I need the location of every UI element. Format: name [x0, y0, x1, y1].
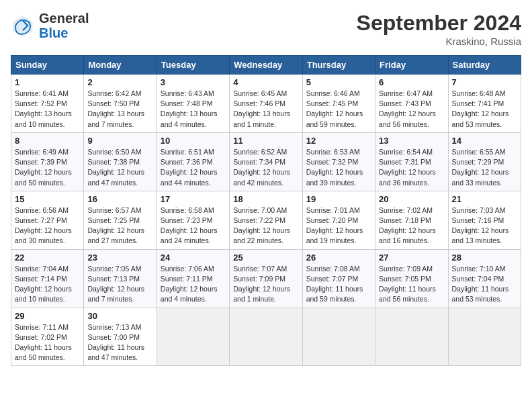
calendar-table: SundayMondayTuesdayWednesdayThursdayFrid… [11, 55, 521, 366]
col-header-saturday: Saturday [448, 56, 521, 75]
calendar-cell: 25Sunrise: 7:07 AM Sunset: 7:09 PM Dayli… [230, 249, 302, 308]
calendar-cell: 1Sunrise: 6:41 AM Sunset: 7:52 PM Daylig… [11, 75, 84, 133]
day-number: 2 [87, 77, 152, 87]
calendar-cell: 13Sunrise: 6:54 AM Sunset: 7:31 PM Dayli… [375, 132, 448, 191]
col-header-wednesday: Wednesday [230, 56, 302, 75]
calendar-cell: 18Sunrise: 7:00 AM Sunset: 7:22 PM Dayli… [230, 191, 302, 249]
day-detail: Sunrise: 7:06 AM Sunset: 7:11 PM Dayligh… [161, 264, 226, 305]
day-detail: Sunrise: 6:54 AM Sunset: 7:31 PM Dayligh… [379, 147, 444, 188]
day-detail: Sunrise: 6:51 AM Sunset: 7:36 PM Dayligh… [161, 147, 226, 188]
col-header-friday: Friday [375, 56, 448, 75]
day-number: 14 [452, 136, 517, 146]
day-detail: Sunrise: 6:47 AM Sunset: 7:43 PM Dayligh… [379, 89, 444, 130]
calendar-header-row: SundayMondayTuesdayWednesdayThursdayFrid… [11, 56, 521, 75]
calendar-cell: 14Sunrise: 6:55 AM Sunset: 7:29 PM Dayli… [448, 132, 521, 191]
logo-text: General Blue [39, 11, 89, 40]
day-detail: Sunrise: 6:42 AM Sunset: 7:50 PM Dayligh… [87, 89, 152, 130]
calendar-cell: 28Sunrise: 7:10 AM Sunset: 7:04 PM Dayli… [448, 249, 521, 308]
day-number: 12 [306, 136, 371, 146]
calendar-cell: 3Sunrise: 6:43 AM Sunset: 7:48 PM Daylig… [157, 75, 229, 133]
day-number: 5 [306, 77, 371, 87]
day-detail: Sunrise: 6:49 AM Sunset: 7:39 PM Dayligh… [15, 147, 80, 188]
day-number: 26 [306, 253, 371, 263]
calendar-cell: 15Sunrise: 6:56 AM Sunset: 7:27 PM Dayli… [11, 191, 84, 249]
day-number: 11 [233, 136, 298, 146]
day-detail: Sunrise: 6:58 AM Sunset: 7:23 PM Dayligh… [161, 205, 226, 246]
calendar-cell: 27Sunrise: 7:09 AM Sunset: 7:05 PM Dayli… [375, 249, 448, 308]
calendar-cell: 23Sunrise: 7:05 AM Sunset: 7:13 PM Dayli… [84, 249, 157, 308]
calendar-cell: 24Sunrise: 7:06 AM Sunset: 7:11 PM Dayli… [157, 249, 229, 308]
calendar-cell: 5Sunrise: 6:46 AM Sunset: 7:45 PM Daylig… [302, 75, 375, 133]
day-detail: Sunrise: 6:45 AM Sunset: 7:46 PM Dayligh… [233, 89, 298, 130]
calendar-cell: 8Sunrise: 6:49 AM Sunset: 7:39 PM Daylig… [11, 132, 84, 191]
day-detail: Sunrise: 7:05 AM Sunset: 7:13 PM Dayligh… [87, 264, 152, 305]
day-number: 16 [87, 194, 152, 204]
day-number: 18 [233, 194, 298, 204]
logo-general: General [39, 11, 89, 26]
day-number: 7 [452, 77, 517, 87]
calendar-cell: 26Sunrise: 7:08 AM Sunset: 7:07 PM Dayli… [302, 249, 375, 308]
day-number: 25 [233, 253, 298, 263]
day-number: 4 [233, 77, 298, 87]
calendar-cell: 30Sunrise: 7:13 AM Sunset: 7:00 PM Dayli… [84, 308, 157, 366]
calendar-cell [375, 308, 448, 366]
location: Kraskino, Russia [357, 36, 521, 47]
day-detail: Sunrise: 7:07 AM Sunset: 7:09 PM Dayligh… [233, 264, 298, 305]
day-detail: Sunrise: 7:13 AM Sunset: 7:00 PM Dayligh… [87, 322, 152, 363]
day-detail: Sunrise: 6:57 AM Sunset: 7:25 PM Dayligh… [87, 205, 152, 246]
day-number: 28 [452, 253, 517, 263]
calendar-cell: 12Sunrise: 6:53 AM Sunset: 7:32 PM Dayli… [302, 132, 375, 191]
day-detail: Sunrise: 6:55 AM Sunset: 7:29 PM Dayligh… [452, 147, 517, 188]
col-header-monday: Monday [84, 56, 157, 75]
col-header-thursday: Thursday [302, 56, 375, 75]
month-title: September 2024 [357, 11, 521, 36]
calendar-cell: 17Sunrise: 6:58 AM Sunset: 7:23 PM Dayli… [157, 191, 229, 249]
day-detail: Sunrise: 6:50 AM Sunset: 7:38 PM Dayligh… [87, 147, 152, 188]
calendar-cell: 19Sunrise: 7:01 AM Sunset: 7:20 PM Dayli… [302, 191, 375, 249]
logo: General Blue [11, 11, 89, 40]
day-detail: Sunrise: 6:43 AM Sunset: 7:48 PM Dayligh… [161, 89, 226, 130]
day-detail: Sunrise: 7:02 AM Sunset: 7:18 PM Dayligh… [379, 205, 444, 246]
day-number: 13 [379, 136, 444, 146]
page-header: General Blue September 2024 Kraskino, Ru… [11, 11, 521, 47]
day-detail: Sunrise: 7:10 AM Sunset: 7:04 PM Dayligh… [452, 264, 517, 305]
day-number: 29 [15, 311, 80, 321]
day-detail: Sunrise: 7:09 AM Sunset: 7:05 PM Dayligh… [379, 264, 444, 305]
day-detail: Sunrise: 6:48 AM Sunset: 7:41 PM Dayligh… [452, 89, 517, 130]
calendar-week-row: 15Sunrise: 6:56 AM Sunset: 7:27 PM Dayli… [11, 191, 521, 249]
col-header-sunday: Sunday [11, 56, 84, 75]
day-detail: Sunrise: 7:11 AM Sunset: 7:02 PM Dayligh… [15, 322, 80, 363]
calendar-cell: 10Sunrise: 6:51 AM Sunset: 7:36 PM Dayli… [157, 132, 229, 191]
day-detail: Sunrise: 7:08 AM Sunset: 7:07 PM Dayligh… [306, 264, 371, 305]
day-number: 8 [15, 136, 80, 146]
calendar-cell: 16Sunrise: 6:57 AM Sunset: 7:25 PM Dayli… [84, 191, 157, 249]
day-number: 24 [161, 253, 226, 263]
day-detail: Sunrise: 7:01 AM Sunset: 7:20 PM Dayligh… [306, 205, 371, 246]
calendar-cell: 20Sunrise: 7:02 AM Sunset: 7:18 PM Dayli… [375, 191, 448, 249]
logo-blue: Blue [39, 26, 68, 40]
day-number: 30 [87, 311, 152, 321]
day-detail: Sunrise: 6:52 AM Sunset: 7:34 PM Dayligh… [233, 147, 298, 188]
day-number: 6 [379, 77, 444, 87]
calendar-cell [448, 308, 521, 366]
day-number: 27 [379, 253, 444, 263]
calendar-week-row: 8Sunrise: 6:49 AM Sunset: 7:39 PM Daylig… [11, 132, 521, 191]
day-detail: Sunrise: 6:53 AM Sunset: 7:32 PM Dayligh… [306, 147, 371, 188]
day-number: 10 [161, 136, 226, 146]
calendar-week-row: 1Sunrise: 6:41 AM Sunset: 7:52 PM Daylig… [11, 75, 521, 133]
calendar-cell: 7Sunrise: 6:48 AM Sunset: 7:41 PM Daylig… [448, 75, 521, 133]
calendar-week-row: 29Sunrise: 7:11 AM Sunset: 7:02 PM Dayli… [11, 308, 521, 366]
calendar-week-row: 22Sunrise: 7:04 AM Sunset: 7:14 PM Dayli… [11, 249, 521, 308]
calendar-cell: 22Sunrise: 7:04 AM Sunset: 7:14 PM Dayli… [11, 249, 84, 308]
day-number: 23 [87, 253, 152, 263]
day-number: 9 [87, 136, 152, 146]
calendar-cell [230, 308, 302, 366]
day-number: 17 [161, 194, 226, 204]
col-header-tuesday: Tuesday [157, 56, 229, 75]
day-number: 19 [306, 194, 371, 204]
day-number: 21 [452, 194, 517, 204]
calendar-cell: 29Sunrise: 7:11 AM Sunset: 7:02 PM Dayli… [11, 308, 84, 366]
calendar-cell: 6Sunrise: 6:47 AM Sunset: 7:43 PM Daylig… [375, 75, 448, 133]
day-number: 3 [161, 77, 226, 87]
calendar-cell: 2Sunrise: 6:42 AM Sunset: 7:50 PM Daylig… [84, 75, 157, 133]
